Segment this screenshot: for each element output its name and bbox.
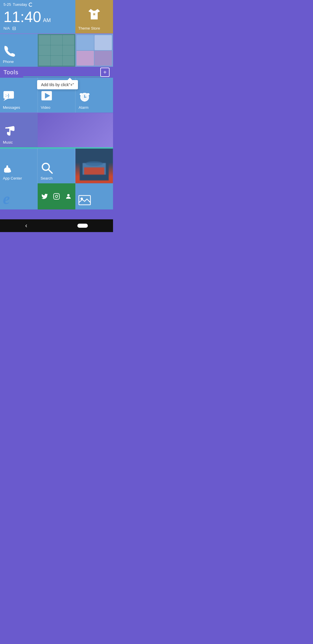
tools-label: Tools <box>3 69 100 76</box>
video-tile[interactable]: Video Add tils by click"+" <box>38 78 76 113</box>
search-icon <box>41 162 53 175</box>
doodle-tile[interactable]: doodle <box>75 149 113 183</box>
app-center-row: App Center Search doodle <box>0 149 113 183</box>
refresh-icon <box>29 3 33 7</box>
mosaic-cell-2 <box>94 35 112 50</box>
time-text: 11:40 <box>3 9 41 24</box>
gallery-tile[interactable] <box>75 183 113 209</box>
mosaic-cell-1 <box>77 35 94 50</box>
svg-point-29 <box>58 195 58 195</box>
nav-bar: ‹ <box>0 219 113 232</box>
music-row: Music <box>0 113 113 147</box>
mosaic-cell-3 <box>77 51 94 66</box>
svg-point-26 <box>85 161 103 166</box>
home-button[interactable] <box>77 224 88 228</box>
clock-date: 5-25 Tuesday <box>3 2 33 7</box>
svg-point-18 <box>9 170 11 172</box>
clock-tile[interactable]: 5-25 Tuesday 11:40 AM N/A ⊟ <box>0 0 75 33</box>
internet-explorer-tile[interactable]: e <box>0 183 38 209</box>
second-row: Phone <box>0 33 113 67</box>
grid-cell-5 <box>51 45 62 55</box>
music-label: Music <box>3 140 13 144</box>
section-line <box>23 77 101 77</box>
svg-line-22 <box>48 169 52 173</box>
app-center-icon <box>3 162 15 175</box>
phone-icon <box>3 44 16 58</box>
grid-tile[interactable] <box>38 34 75 67</box>
messages-icon: :-) <box>3 90 14 104</box>
grid-cell-6 <box>63 45 74 55</box>
svg-point-30 <box>67 194 70 196</box>
svg-rect-27 <box>54 193 59 199</box>
add-tile-button[interactable]: + <box>100 68 110 77</box>
tools-row: :-) Messages Video Add tils by click"+" <box>0 78 113 113</box>
music-tile[interactable]: Music <box>0 113 38 147</box>
alarm-label: Alarm <box>79 105 88 110</box>
grid-cell-2 <box>51 35 62 45</box>
app-center-label: App Center <box>3 176 22 180</box>
phone-tile[interactable]: Phone <box>0 34 38 67</box>
messages-label: Messages <box>3 105 20 110</box>
svg-point-11 <box>84 97 85 98</box>
svg-point-12 <box>80 93 83 95</box>
grid-cell-4 <box>39 45 50 55</box>
theme-store-label: Theme Store <box>78 26 100 30</box>
signal-text: N/A <box>3 26 10 30</box>
back-button[interactable]: ‹ <box>25 222 27 229</box>
gallery-icon <box>78 195 91 207</box>
search-tile[interactable]: Search <box>38 149 75 183</box>
alarm-tile[interactable]: Alarm <box>76 78 113 113</box>
svg-marker-3 <box>3 99 8 101</box>
contacts-icon <box>63 193 74 200</box>
sliders-icon: ⊟ <box>12 26 16 31</box>
grid-cell-7 <box>39 56 50 66</box>
clock-time: 11:40 AM <box>3 9 72 24</box>
shirt-icon <box>87 7 102 25</box>
svg-rect-31 <box>79 196 90 205</box>
video-icon <box>41 90 52 104</box>
grid-cell-9 <box>63 56 74 66</box>
purple-spacer-tile <box>38 113 113 147</box>
clock-status: N/A ⊟ <box>3 26 72 31</box>
day-text: Tuesday <box>13 2 27 7</box>
social-tile[interactable] <box>38 183 75 209</box>
phone-label: Phone <box>3 59 14 64</box>
ampm-text: AM <box>43 18 51 23</box>
instagram-icon <box>51 193 62 200</box>
svg-point-13 <box>87 93 90 95</box>
grid-cell-3 <box>63 35 74 45</box>
messages-tile[interactable]: :-) Messages <box>0 78 38 113</box>
svg-point-17 <box>4 170 6 172</box>
ie-icon: e <box>3 191 10 207</box>
video-label: Video <box>41 105 50 110</box>
grid-cell-8 <box>51 56 62 66</box>
svg-point-20 <box>6 165 8 167</box>
date-text: 5-25 <box>3 2 11 7</box>
tools-section-header: Tools + <box>0 67 113 78</box>
screen: 5-25 Tuesday 11:40 AM N/A ⊟ <box>0 0 113 232</box>
top-row: 5-25 Tuesday 11:40 AM N/A ⊟ <box>0 0 113 33</box>
theme-store-tile[interactable]: Theme Store <box>75 0 113 33</box>
alarm-icon <box>79 91 91 104</box>
search-label: Search <box>41 176 52 180</box>
svg-rect-14 <box>84 100 85 102</box>
add-tile-tooltip: Add tils by click"+" <box>37 80 78 89</box>
grid-cell-1 <box>39 35 50 45</box>
music-icon <box>3 126 15 139</box>
svg-text::-): :-) <box>5 93 9 98</box>
mosaic-cell-4 <box>94 51 112 66</box>
svg-point-28 <box>55 195 58 198</box>
twitter-icon <box>39 193 50 200</box>
mosaic-tile[interactable] <box>75 34 113 67</box>
bottom-row: e <box>0 183 113 209</box>
doodle-image <box>75 149 113 183</box>
app-center-tile[interactable]: App Center <box>0 149 38 183</box>
svg-rect-25 <box>84 167 104 175</box>
